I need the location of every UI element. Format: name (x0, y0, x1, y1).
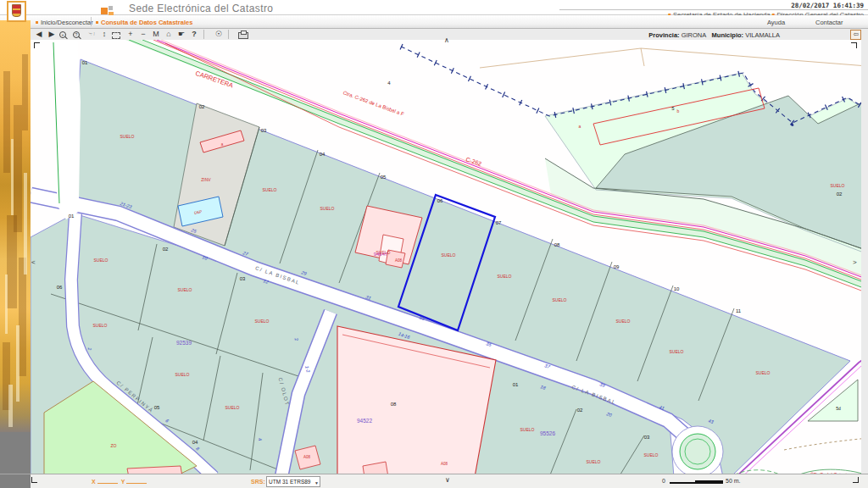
map-label-pnum: 02 (199, 104, 205, 109)
pan-down-arrow[interactable]: ∨ (445, 477, 450, 484)
forward-icon[interactable]: ▶ (47, 29, 57, 40)
map-corner-mark (853, 477, 859, 483)
roundabout (672, 426, 723, 474)
zoom-extent-icon[interactable]: ↕ (99, 29, 109, 40)
map-label-bl: A08 (395, 258, 403, 263)
separator (228, 30, 229, 39)
map-label-pnum: 06 (57, 285, 63, 290)
map-label-pnum: 09 (614, 264, 620, 269)
map-label-suelo: SUELO (520, 427, 535, 432)
home-icon[interactable]: ⌂ (164, 29, 174, 40)
map-canvas[interactable]: CARRETERACtra. C-262 de La Bisbal a FC-2… (31, 40, 868, 474)
map-label-pnum: 10 (674, 286, 680, 291)
zoom-plus-icon[interactable]: + (125, 29, 136, 40)
select-parcel-icon[interactable] (112, 32, 120, 39)
zoom-minus-icon[interactable]: − (138, 29, 148, 40)
map-label-pnum: 03 (240, 276, 246, 281)
spain-coat-of-arms-logo (7, 1, 26, 22)
back-icon[interactable]: ◀ (34, 29, 44, 40)
date-rule (559, 9, 868, 10)
map-label-pnum: 02 (577, 408, 583, 413)
bullet-icon (36, 21, 38, 24)
map-label-pnum: 01 (513, 382, 519, 387)
map-label-pnum: 08 (554, 242, 560, 247)
srs-label: SRS: (251, 479, 265, 485)
map-label-pid: 92539 (176, 340, 192, 346)
tab-inicio[interactable]: Inicio/Desconectar (41, 19, 93, 26)
map-label-snum: 2 (87, 347, 92, 351)
map-corner-mark (34, 42, 40, 48)
page-title: Sede Electrónica del Catastro (129, 3, 273, 14)
map-label-suelo: SUELO (175, 372, 190, 377)
map-label-suelo: SUELO (93, 323, 108, 328)
pan-right-arrow[interactable]: > (853, 259, 857, 266)
separator (203, 30, 204, 39)
header-datetime: 28/02/2017 16:41:39 (791, 2, 864, 9)
municipality-value: VILAMALLA (745, 31, 780, 39)
shield-icon (12, 4, 21, 17)
city-skyline-image (0, 20, 31, 432)
map-label-mag: 94947 (374, 252, 388, 257)
map-label-pnum: 01 (82, 60, 88, 65)
map-label-pnum: 08 (391, 402, 397, 407)
map-label-suelo: SUELO (178, 287, 192, 292)
print-icon[interactable] (238, 32, 248, 39)
map-label-pnum: 02 (837, 191, 843, 197)
map-label-suelo: SUELO (587, 459, 601, 464)
map-label-pid: 94522 (357, 418, 372, 424)
map-label-pnum: 5d (836, 406, 841, 411)
pan-up-arrow[interactable]: ∧ (444, 37, 449, 44)
map-label-pnum: 06 (437, 198, 443, 203)
street-lamp-icon[interactable]: ☉ (214, 29, 224, 40)
map-label-suelo: SUELO (498, 274, 512, 279)
tab-ayuda[interactable]: Ayuda (767, 19, 785, 26)
map-label-suelo: SUELO (616, 319, 631, 324)
map-label-bl: a (579, 124, 581, 129)
map-label-suelo: ZO (111, 443, 117, 448)
map-label-pnum: 11 (736, 308, 742, 313)
map-viewport[interactable]: CARRETERACtra. C-262 de La Bisbal a FC-2… (31, 40, 868, 474)
sidebar-image-strip (0, 20, 31, 488)
zoom-in-icon[interactable]: + (59, 31, 66, 38)
map-label-suelo: SUELO (225, 405, 240, 410)
map-label-suelo: SUELO (442, 252, 456, 258)
pan-icon[interactable]: ☜ (86, 29, 97, 40)
map-label-suelo: ZINV (201, 177, 211, 182)
zoom-window-icon[interactable]: ? (73, 31, 80, 38)
map-corner-mark (31, 477, 37, 483)
exit-icon[interactable]: ⇦ (850, 30, 861, 40)
map-label-suelo: SUELO (255, 319, 270, 324)
map-label-suelo: SUELO (120, 134, 135, 139)
map-label-pnum: 05 (381, 175, 387, 180)
status-bar: XY SRS: UTM 31 ETRS89▼ 0 50 m. (0, 474, 868, 488)
map-label-suelo: SUELO (320, 206, 335, 211)
map-label-pnum: 02 (163, 247, 169, 252)
coordinates-readout: XY (92, 479, 150, 485)
pan-left-arrow[interactable]: < (31, 259, 36, 266)
map-label-suelo: SUELO (831, 183, 845, 188)
map-label-pid: 95526 (540, 430, 555, 436)
status-corner (0, 474, 31, 488)
scale-bar-thick (695, 480, 723, 484)
scale-bar-thin (670, 482, 695, 484)
bullet-icon (96, 21, 98, 24)
map-label-suelo: SUELO (94, 258, 108, 263)
tab-separator (91, 17, 92, 26)
map-label-pnum: 07 (496, 220, 502, 225)
measure-icon[interactable]: M (151, 29, 161, 40)
province-value: GIRONA (682, 31, 707, 39)
help-icon[interactable]: ? (189, 29, 199, 40)
map-label-suelo: SUELO (644, 452, 659, 458)
tab-contactar[interactable]: Contactar (815, 19, 843, 26)
map-label-suelo: SUELO (670, 349, 684, 354)
menu-bar: Inicio/Desconectar Consulta de Datos Cat… (0, 15, 868, 29)
map-label-bl: A08 (441, 462, 448, 466)
srs-select[interactable]: UTM 31 ETRS89▼ (266, 476, 320, 487)
query-point-icon[interactable]: ☛ (176, 29, 186, 40)
map-right-gutter (861, 40, 868, 474)
catastro-app: Sede Electrónica del Catastro 28/02/2017… (0, 0, 868, 488)
tab-consulta[interactable]: Consulta de Datos Catastrales (101, 19, 192, 26)
map-corner-mark (851, 42, 857, 48)
map-label-pnum: 03 (261, 128, 267, 133)
map-label-pnum: 03 (644, 435, 650, 440)
